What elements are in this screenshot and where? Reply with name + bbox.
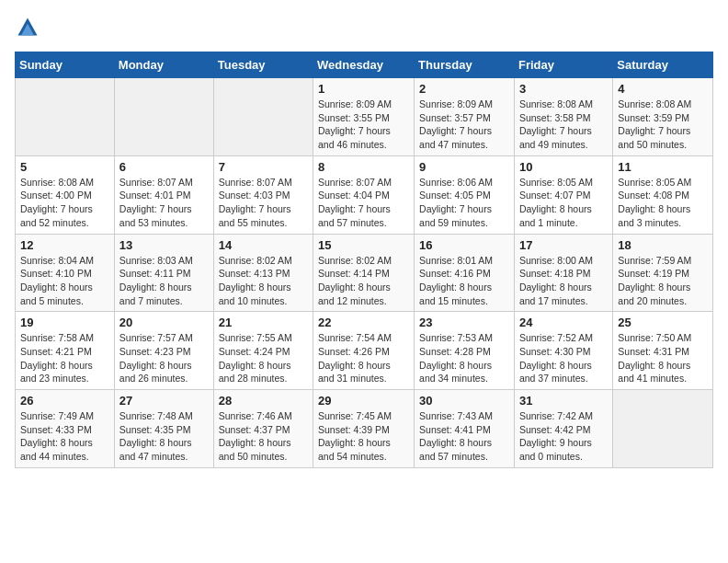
calendar-cell: 27Sunrise: 7:48 AM Sunset: 4:35 PM Dayli…: [114, 390, 213, 468]
header-monday: Monday: [114, 52, 213, 78]
calendar-cell: [16, 78, 115, 156]
day-number: 16: [419, 238, 509, 252]
day-number: 23: [419, 316, 509, 329]
day-info: Sunrise: 8:08 AM Sunset: 3:58 PM Dayligh…: [519, 98, 608, 152]
day-info: Sunrise: 8:02 AM Sunset: 4:14 PM Dayligh…: [318, 254, 409, 308]
calendar-week-row: 1Sunrise: 8:09 AM Sunset: 3:55 PM Daylig…: [16, 78, 713, 156]
calendar-cell: 9Sunrise: 8:06 AM Sunset: 4:05 PM Daylig…: [415, 155, 515, 234]
day-number: 21: [219, 316, 308, 329]
calendar-cell: 30Sunrise: 7:43 AM Sunset: 4:41 PM Dayli…: [415, 390, 515, 468]
calendar-week-row: 5Sunrise: 8:08 AM Sunset: 4:00 PM Daylig…: [16, 155, 713, 234]
day-number: 7: [219, 160, 308, 174]
day-info: Sunrise: 7:55 AM Sunset: 4:24 PM Dayligh…: [219, 331, 308, 385]
calendar-table: SundayMondayTuesdayWednesdayThursdayFrid…: [15, 52, 713, 468]
day-number: 17: [519, 238, 608, 252]
day-info: Sunrise: 8:07 AM Sunset: 4:04 PM Dayligh…: [318, 176, 409, 230]
calendar-week-row: 12Sunrise: 8:04 AM Sunset: 4:10 PM Dayli…: [16, 234, 713, 312]
calendar-cell: 26Sunrise: 7:49 AM Sunset: 4:33 PM Dayli…: [16, 390, 115, 468]
calendar-week-row: 19Sunrise: 7:58 AM Sunset: 4:21 PM Dayli…: [16, 312, 713, 390]
logo-icon: [15, 15, 40, 40]
day-info: Sunrise: 8:08 AM Sunset: 4:00 PM Dayligh…: [20, 176, 109, 230]
day-info: Sunrise: 7:42 AM Sunset: 4:42 PM Dayligh…: [519, 409, 608, 464]
calendar-cell: [613, 390, 713, 468]
day-info: Sunrise: 7:58 AM Sunset: 4:21 PM Dayligh…: [20, 331, 109, 385]
day-info: Sunrise: 7:49 AM Sunset: 4:33 PM Dayligh…: [20, 409, 109, 464]
day-number: 14: [219, 238, 308, 252]
day-info: Sunrise: 7:54 AM Sunset: 4:26 PM Dayligh…: [318, 331, 409, 385]
day-info: Sunrise: 8:05 AM Sunset: 4:08 PM Dayligh…: [618, 176, 708, 230]
day-number: 11: [618, 160, 708, 174]
calendar-cell: 24Sunrise: 7:52 AM Sunset: 4:30 PM Dayli…: [514, 312, 612, 390]
day-number: 20: [119, 316, 209, 329]
day-number: 8: [318, 160, 409, 174]
day-info: Sunrise: 8:09 AM Sunset: 3:57 PM Dayligh…: [419, 98, 509, 152]
calendar-cell: 28Sunrise: 7:46 AM Sunset: 4:37 PM Dayli…: [213, 390, 313, 468]
calendar-cell: 8Sunrise: 8:07 AM Sunset: 4:04 PM Daylig…: [313, 155, 415, 234]
day-number: 22: [318, 316, 409, 329]
day-number: 2: [419, 82, 509, 96]
day-number: 31: [519, 394, 608, 408]
header-saturday: Saturday: [613, 52, 713, 78]
day-info: Sunrise: 7:52 AM Sunset: 4:30 PM Dayligh…: [519, 331, 608, 385]
day-info: Sunrise: 8:05 AM Sunset: 4:07 PM Dayligh…: [519, 176, 608, 230]
day-number: 26: [20, 394, 109, 408]
calendar-cell: 5Sunrise: 8:08 AM Sunset: 4:00 PM Daylig…: [16, 155, 115, 234]
calendar-cell: 13Sunrise: 8:03 AM Sunset: 4:11 PM Dayli…: [114, 234, 213, 312]
day-number: 29: [318, 394, 409, 408]
day-info: Sunrise: 7:57 AM Sunset: 4:23 PM Dayligh…: [119, 331, 209, 385]
calendar-cell: 16Sunrise: 8:01 AM Sunset: 4:16 PM Dayli…: [415, 234, 515, 312]
day-number: 1: [318, 82, 409, 96]
calendar-cell: 18Sunrise: 7:59 AM Sunset: 4:19 PM Dayli…: [613, 234, 713, 312]
day-info: Sunrise: 8:04 AM Sunset: 4:10 PM Dayligh…: [20, 254, 109, 308]
day-info: Sunrise: 8:07 AM Sunset: 4:03 PM Dayligh…: [219, 176, 308, 230]
calendar-header-row: SundayMondayTuesdayWednesdayThursdayFrid…: [16, 52, 713, 78]
day-number: 6: [119, 160, 209, 174]
calendar-week-row: 26Sunrise: 7:49 AM Sunset: 4:33 PM Dayli…: [16, 390, 713, 468]
calendar-cell: 15Sunrise: 8:02 AM Sunset: 4:14 PM Dayli…: [313, 234, 415, 312]
calendar-cell: 2Sunrise: 8:09 AM Sunset: 3:57 PM Daylig…: [415, 78, 515, 156]
day-info: Sunrise: 8:01 AM Sunset: 4:16 PM Dayligh…: [419, 254, 509, 308]
calendar-cell: 17Sunrise: 8:00 AM Sunset: 4:18 PM Dayli…: [514, 234, 612, 312]
calendar-cell: 12Sunrise: 8:04 AM Sunset: 4:10 PM Dayli…: [16, 234, 115, 312]
day-number: 19: [20, 316, 109, 329]
day-number: 18: [618, 238, 708, 252]
day-number: 12: [20, 238, 109, 252]
day-info: Sunrise: 8:07 AM Sunset: 4:01 PM Dayligh…: [119, 176, 209, 230]
day-info: Sunrise: 8:00 AM Sunset: 4:18 PM Dayligh…: [519, 254, 608, 308]
calendar-cell: 11Sunrise: 8:05 AM Sunset: 4:08 PM Dayli…: [613, 155, 713, 234]
page-header: [15, 15, 713, 40]
day-number: 25: [618, 316, 708, 329]
calendar-cell: 4Sunrise: 8:08 AM Sunset: 3:59 PM Daylig…: [613, 78, 713, 156]
day-info: Sunrise: 8:02 AM Sunset: 4:13 PM Dayligh…: [219, 254, 308, 308]
day-number: 13: [119, 238, 209, 252]
day-number: 5: [20, 160, 109, 174]
day-info: Sunrise: 7:59 AM Sunset: 4:19 PM Dayligh…: [618, 254, 708, 308]
calendar-cell: 22Sunrise: 7:54 AM Sunset: 4:26 PM Dayli…: [313, 312, 415, 390]
day-info: Sunrise: 7:43 AM Sunset: 4:41 PM Dayligh…: [419, 409, 509, 464]
calendar-cell: 1Sunrise: 8:09 AM Sunset: 3:55 PM Daylig…: [313, 78, 415, 156]
header-sunday: Sunday: [16, 52, 115, 78]
header-wednesday: Wednesday: [313, 52, 415, 78]
day-info: Sunrise: 7:48 AM Sunset: 4:35 PM Dayligh…: [119, 409, 209, 464]
header-tuesday: Tuesday: [213, 52, 313, 78]
day-number: 28: [219, 394, 308, 408]
calendar-cell: 6Sunrise: 8:07 AM Sunset: 4:01 PM Daylig…: [114, 155, 213, 234]
calendar-cell: [114, 78, 213, 156]
day-number: 15: [318, 238, 409, 252]
day-info: Sunrise: 7:53 AM Sunset: 4:28 PM Dayligh…: [419, 331, 509, 385]
logo: [15, 15, 44, 40]
day-info: Sunrise: 7:46 AM Sunset: 4:37 PM Dayligh…: [219, 409, 308, 464]
calendar-cell: 25Sunrise: 7:50 AM Sunset: 4:31 PM Dayli…: [613, 312, 713, 390]
day-number: 9: [419, 160, 509, 174]
day-info: Sunrise: 8:06 AM Sunset: 4:05 PM Dayligh…: [419, 176, 509, 230]
calendar-cell: 23Sunrise: 7:53 AM Sunset: 4:28 PM Dayli…: [415, 312, 515, 390]
calendar-cell: 21Sunrise: 7:55 AM Sunset: 4:24 PM Dayli…: [213, 312, 313, 390]
header-friday: Friday: [514, 52, 612, 78]
calendar-cell: 14Sunrise: 8:02 AM Sunset: 4:13 PM Dayli…: [213, 234, 313, 312]
calendar-cell: 10Sunrise: 8:05 AM Sunset: 4:07 PM Dayli…: [514, 155, 612, 234]
day-number: 30: [419, 394, 509, 408]
calendar-cell: 20Sunrise: 7:57 AM Sunset: 4:23 PM Dayli…: [114, 312, 213, 390]
day-info: Sunrise: 8:09 AM Sunset: 3:55 PM Dayligh…: [318, 98, 409, 152]
day-info: Sunrise: 8:08 AM Sunset: 3:59 PM Dayligh…: [618, 98, 708, 152]
calendar-cell: 31Sunrise: 7:42 AM Sunset: 4:42 PM Dayli…: [514, 390, 612, 468]
